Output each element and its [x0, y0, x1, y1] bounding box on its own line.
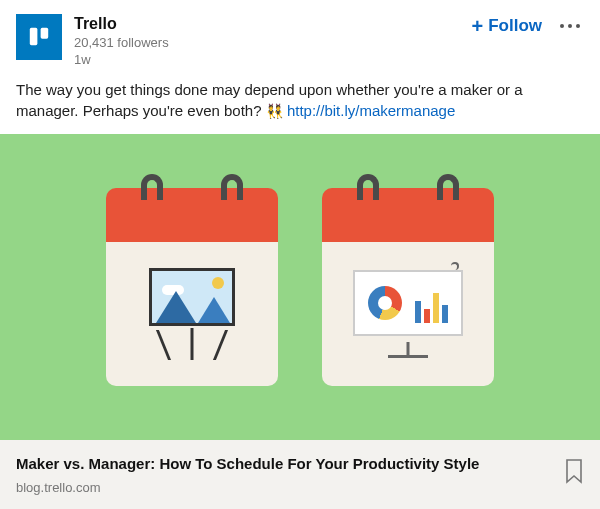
follow-label: Follow [488, 16, 542, 36]
post-link[interactable]: http://bit.ly/makermanage [287, 102, 455, 119]
post-time: 1w [74, 52, 459, 68]
link-preview-text: Maker vs. Manager: How To Schedule For Y… [16, 454, 552, 495]
link-preview-card[interactable]: Maker vs. Manager: How To Schedule For Y… [0, 440, 600, 509]
follow-button[interactable]: + Follow [471, 16, 542, 36]
trello-logo-icon [26, 24, 52, 50]
header-actions: + Follow [471, 16, 584, 36]
bookmark-button[interactable] [564, 458, 584, 484]
easel-painting-icon [149, 268, 235, 360]
link-preview-title: Maker vs. Manager: How To Schedule For Y… [16, 454, 552, 474]
dots-icon [560, 24, 564, 28]
company-avatar[interactable] [16, 14, 62, 60]
post-image[interactable] [0, 134, 600, 440]
calendar-maker-illustration [106, 188, 278, 386]
svg-rect-2 [41, 28, 49, 39]
post-card: Trello 20,431 followers 1w + Follow The … [0, 0, 600, 509]
more-options-button[interactable] [556, 20, 584, 32]
post-body: The way you get things done may depend u… [0, 79, 600, 135]
bookmark-icon [564, 458, 584, 484]
follower-count: 20,431 followers [74, 35, 459, 51]
plus-icon: + [471, 16, 483, 36]
calendar-manager-illustration [322, 188, 494, 386]
presentation-board-icon [353, 270, 463, 358]
dancing-emoji: 👯 [266, 103, 283, 119]
company-name[interactable]: Trello [74, 14, 459, 34]
post-meta: Trello 20,431 followers 1w [74, 14, 459, 69]
svg-rect-1 [30, 28, 38, 45]
link-preview-domain: blog.trello.com [16, 480, 552, 495]
post-header: Trello 20,431 followers 1w + Follow [0, 0, 600, 79]
